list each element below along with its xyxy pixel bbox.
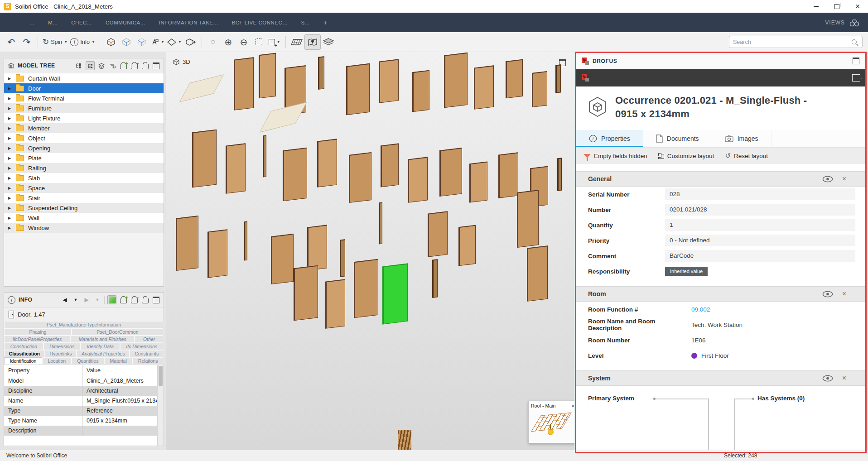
zoom-select-icon[interactable]: ◌ — [205, 35, 221, 49]
door-object[interactable] — [192, 130, 217, 188]
info-button[interactable]: i Info ▼ — [69, 35, 96, 49]
markup-tool-button[interactable]: ▼ — [149, 35, 166, 49]
ribbon-tab-s[interactable]: S... — [294, 13, 316, 32]
table-row[interactable]: DisciplineArchitectural — [4, 386, 158, 396]
tab-phasing[interactable]: Phasing — [4, 328, 72, 336]
door-object[interactable] — [532, 71, 547, 107]
tree-filter-icon[interactable] — [108, 62, 116, 70]
door-object[interactable] — [346, 63, 370, 115]
history-back-menu-icon[interactable]: ▼ — [72, 296, 80, 304]
door-object[interactable] — [408, 157, 428, 202]
close-icon[interactable]: × — [842, 175, 846, 183]
door-object[interactable] — [474, 65, 494, 109]
basket-icon[interactable] — [141, 62, 149, 70]
tree-item-flow-terminal[interactable]: ▶Flow Terminal — [4, 93, 164, 103]
close-icon[interactable]: × — [842, 290, 846, 298]
tab-relations[interactable]: Relations — [132, 357, 164, 365]
ribbon-tab-communica[interactable]: COMMUNICA... — [99, 13, 152, 32]
tab-pset-manufacturertypeinformation[interactable]: Pset_ManufacturerTypeInformation — [4, 321, 164, 328]
door-object[interactable] — [379, 59, 399, 103]
table-scrollbar[interactable] — [157, 365, 164, 446]
zoom-fit-button[interactable] — [251, 35, 267, 49]
tab-pset-doorcommon[interactable]: Pset_DoorCommon — [72, 328, 164, 336]
show-in-3d-icon[interactable] — [107, 295, 116, 304]
door-object[interactable] — [318, 56, 324, 90]
tab-ifcdoorpanelproperties[interactable]: IfcDoorPanelProperties — [4, 336, 70, 343]
expand-caret-icon[interactable]: ▶ — [8, 126, 14, 130]
tab-location[interactable]: Location — [42, 357, 72, 365]
view-preset-button[interactable]: ▼ — [166, 35, 183, 49]
table-row[interactable]: ModelClinic_A_2018_Meters — [4, 376, 158, 386]
tree-item-slab[interactable]: ▶Slab — [4, 173, 164, 183]
door-object[interactable] — [498, 152, 518, 198]
expand-caret-icon[interactable]: ▶ — [8, 226, 14, 230]
3d-viewport[interactable]: 3D Roof - Main × — [166, 52, 574, 450]
selected-door-object[interactable] — [382, 264, 408, 325]
roof-main-popup[interactable]: Roof - Main × — [528, 401, 574, 443]
tree-item-member[interactable]: ▶Member — [4, 123, 164, 133]
close-button[interactable]: × — [847, 0, 868, 13]
door-object[interactable] — [517, 190, 539, 248]
walkthrough-button[interactable] — [183, 35, 198, 49]
door-object[interactable] — [379, 202, 382, 245]
expand-caret-icon[interactable]: ▶ — [8, 136, 14, 140]
expand-caret-icon[interactable]: ▶ — [8, 116, 14, 120]
door-object[interactable] — [179, 74, 224, 102]
tree-item-stair[interactable]: ▶Stair — [4, 193, 164, 203]
tab-material[interactable]: Material — [104, 357, 132, 365]
tab-classification[interactable]: Classification — [4, 350, 45, 357]
redo-button[interactable]: ↷ — [19, 35, 34, 49]
tab-dimensions[interactable]: Dimensions — [43, 343, 81, 350]
door-object[interactable] — [458, 225, 476, 266]
door-object[interactable] — [317, 139, 337, 187]
ribbon-tab-chec[interactable]: CHEC... — [64, 13, 99, 32]
table-row[interactable]: TypeReference — [4, 406, 158, 416]
render-solid-cube-icon[interactable] — [103, 35, 119, 49]
footprint-map-button[interactable] — [304, 34, 321, 50]
door-object[interactable] — [439, 148, 462, 197]
door-object[interactable] — [506, 59, 523, 99]
ribbon-tab-informationtake[interactable]: INFORMATION TAKE... — [152, 13, 225, 32]
door-object[interactable] — [207, 229, 227, 278]
undo-button[interactable]: ↶ — [4, 35, 19, 49]
door-object[interactable] — [283, 148, 307, 202]
layers-button[interactable] — [321, 35, 336, 49]
expand-caret-icon[interactable]: ▶ — [8, 176, 14, 180]
expand-caret-icon[interactable]: ▶ — [8, 86, 14, 91]
door-object[interactable] — [432, 259, 438, 298]
drofus-tab-documents[interactable]: Documents — [643, 130, 712, 147]
door-object[interactable] — [244, 221, 247, 261]
door-object[interactable] — [398, 430, 411, 450]
expand-caret-icon[interactable]: ▶ — [8, 206, 14, 210]
door-object[interactable] — [469, 162, 487, 203]
tree-item-window[interactable]: ▶Window — [4, 223, 164, 233]
door-object[interactable] — [234, 57, 254, 110]
door-object[interactable] — [176, 216, 198, 271]
eye-icon[interactable] — [822, 291, 833, 298]
door-object[interactable] — [226, 143, 246, 193]
tree-item-plate[interactable]: ▶Plate — [4, 153, 164, 163]
tab-identity-data[interactable]: Identity Data — [81, 343, 120, 350]
tab-constraints[interactable]: Constraints — [130, 350, 164, 357]
tab-construction[interactable]: Construction — [4, 343, 43, 350]
door-object[interactable] — [349, 152, 371, 203]
zoom-in-button[interactable]: ⊕ — [221, 35, 236, 49]
open-in-drofus-icon[interactable] — [852, 74, 860, 82]
action-customize-layout[interactable]: Customize layout — [658, 153, 714, 159]
action-reset-layout[interactable]: ↺Reset layout — [725, 152, 768, 160]
tree-item-suspended-ceiling[interactable]: ▶Suspended Ceiling — [4, 203, 164, 213]
close-icon[interactable]: × — [572, 403, 574, 408]
expand-caret-icon[interactable]: ▶ — [8, 96, 14, 101]
tree-grouping-icon[interactable] — [75, 62, 83, 70]
tree-hierarchy-icon[interactable] — [86, 61, 95, 70]
eye-icon[interactable] — [822, 375, 833, 382]
ribbon-tab-[interactable]: + — [317, 13, 334, 32]
ribbon-tab-m[interactable]: M... — [41, 13, 64, 32]
search-input[interactable] — [729, 39, 852, 45]
tab-other[interactable]: Other — [135, 336, 164, 343]
ribbon-tab-[interactable]: ... — [23, 13, 41, 32]
door-object[interactable] — [428, 211, 448, 257]
history-back-icon[interactable]: ◀ — [61, 296, 69, 304]
tree-item-light-fixture[interactable]: ▶Light Fixture — [4, 113, 164, 123]
tree-item-furniture[interactable]: ▶Furniture — [4, 103, 164, 113]
